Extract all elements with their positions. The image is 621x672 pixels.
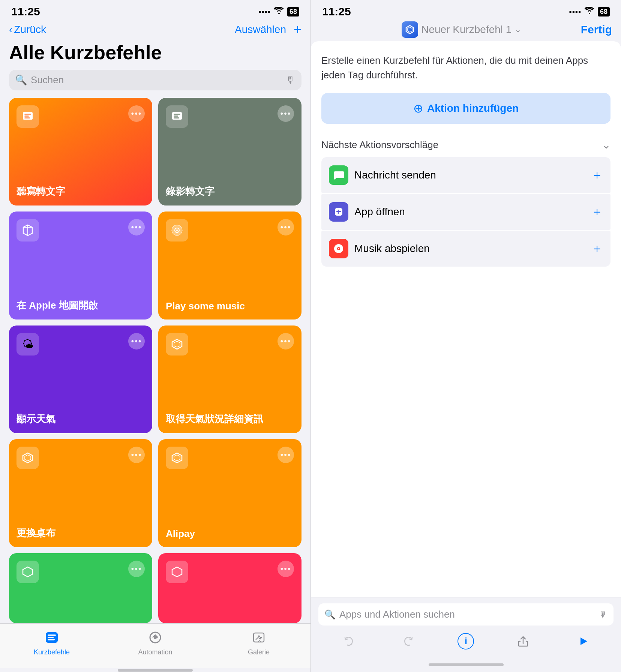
search-bar[interactable]: 🔍 Suchen 🎙 bbox=[9, 70, 302, 90]
svg-marker-12 bbox=[174, 341, 180, 347]
shortcut-card-9[interactable]: ••• bbox=[9, 553, 152, 623]
right-status-icons: ▪▪▪▪ 68 bbox=[569, 7, 610, 16]
svg-marker-17 bbox=[23, 567, 33, 577]
search-icon: 🔍 bbox=[15, 74, 27, 86]
card-title-6: 取得天氣狀況詳細資訊 bbox=[166, 409, 294, 426]
card-header-1: ••• bbox=[16, 105, 145, 128]
suggestion-item-msg[interactable]: Nachricht senden ＋ bbox=[321, 157, 610, 193]
svg-marker-13 bbox=[23, 453, 33, 463]
card-icon-4 bbox=[166, 219, 188, 242]
card-header-4: ••• bbox=[166, 219, 294, 242]
right-home-bar bbox=[429, 663, 504, 666]
suggestion-item-app[interactable]: App öffnen ＋ bbox=[321, 194, 610, 230]
fertig-button[interactable]: Fertig bbox=[581, 23, 612, 36]
card-header-10: ••• bbox=[166, 561, 294, 583]
shortcut-card-1[interactable]: ••• 聽寫轉文字 bbox=[9, 98, 152, 206]
right-wifi-icon bbox=[584, 7, 595, 16]
tab-bar: Kurzbefehle Automation bbox=[0, 623, 310, 668]
select-button[interactable]: Auswählen bbox=[235, 24, 286, 36]
shortcut-card-7[interactable]: ••• 更換桌布 bbox=[9, 439, 152, 547]
card-more-6[interactable]: ••• bbox=[278, 333, 294, 350]
right-status-bar: 11:25 ▪▪▪▪ 68 bbox=[311, 0, 621, 20]
right-home-indicator bbox=[311, 657, 621, 672]
shortcut-card-8[interactable]: ••• Alipay bbox=[158, 439, 302, 547]
galerie-icon bbox=[249, 628, 268, 647]
suggestion-msg-label: Nachricht senden bbox=[354, 169, 585, 181]
shortcuts-grid: ••• 聽寫轉文字 ••• 錄影轉文字 bbox=[0, 98, 310, 623]
chevron-down-icon[interactable]: ⌄ bbox=[514, 25, 521, 34]
play-button[interactable] bbox=[572, 633, 595, 650]
card-icon-5: 🌤 bbox=[16, 333, 39, 356]
card-more-10[interactable]: ••• bbox=[278, 561, 294, 577]
shortcut-card-3[interactable]: ••• 在 Apple 地圖開啟 bbox=[9, 212, 152, 319]
bottom-mic-icon[interactable]: 🎙 bbox=[598, 609, 608, 620]
svg-rect-2 bbox=[24, 116, 29, 117]
right-nav-bar: Neuer Kurzbefehl 1 ⌄ Fertig bbox=[311, 20, 621, 41]
card-icon-6 bbox=[166, 333, 188, 356]
suggestions-list: Nachricht senden ＋ App öffnen ＋ bbox=[321, 157, 610, 267]
share-button[interactable] bbox=[512, 633, 534, 650]
card-header-9: ••• bbox=[16, 561, 145, 583]
shortcut-card-4[interactable]: ••• Play some music bbox=[158, 212, 302, 319]
mic-icon[interactable]: 🎙 bbox=[286, 74, 296, 86]
card-more-9[interactable]: ••• bbox=[128, 561, 145, 577]
music-icon bbox=[329, 239, 348, 258]
card-icon-1 bbox=[16, 105, 39, 128]
card-more-8[interactable]: ••• bbox=[278, 447, 294, 463]
galerie-label: Galerie bbox=[248, 648, 270, 656]
card-more-7[interactable]: ••• bbox=[128, 447, 145, 463]
svg-rect-30 bbox=[338, 210, 339, 214]
back-button[interactable]: ‹ Zurück bbox=[9, 24, 46, 36]
svg-marker-14 bbox=[25, 455, 31, 461]
shortcut-name-area[interactable]: Neuer Kurzbefehl 1 ⌄ bbox=[402, 21, 521, 38]
card-title-8: Alipay bbox=[166, 524, 294, 540]
kurzbefehle-label: Kurzbefehle bbox=[34, 648, 70, 656]
left-home-indicator bbox=[0, 668, 310, 672]
svg-marker-18 bbox=[172, 567, 182, 577]
card-more-2[interactable]: ••• bbox=[278, 105, 294, 122]
card-header-5: 🌤 ••• bbox=[16, 333, 145, 356]
card-more-3[interactable]: ••• bbox=[128, 219, 145, 236]
tab-kurzbefehle[interactable]: Kurzbefehle bbox=[26, 628, 78, 656]
page-title: Alle Kurzbefehle bbox=[0, 41, 310, 70]
left-nav-bar: ‹ Zurück Auswählen + bbox=[0, 20, 310, 41]
card-header-8: ••• bbox=[166, 447, 294, 469]
left-status-icons: ▪▪▪▪ 68 bbox=[259, 7, 299, 16]
suggestion-item-music[interactable]: Musik abspielen ＋ bbox=[321, 231, 610, 267]
card-title-1: 聽寫轉文字 bbox=[16, 181, 145, 198]
svg-marker-33 bbox=[580, 638, 587, 645]
suggestion-msg-add[interactable]: ＋ bbox=[591, 167, 603, 183]
add-action-button[interactable]: ⊕ Aktion hinzufügen bbox=[321, 93, 610, 124]
svg-point-32 bbox=[338, 248, 339, 249]
svg-marker-11 bbox=[172, 339, 182, 349]
suggestion-music-add[interactable]: ＋ bbox=[591, 240, 603, 257]
add-shortcut-button[interactable]: + bbox=[294, 23, 302, 36]
svg-marker-16 bbox=[174, 455, 180, 461]
suggestion-app-add[interactable]: ＋ bbox=[591, 204, 603, 220]
svg-point-10 bbox=[176, 230, 178, 231]
bottom-toolbar: i bbox=[318, 632, 614, 652]
card-more-4[interactable]: ••• bbox=[278, 219, 294, 236]
svg-marker-15 bbox=[172, 453, 182, 463]
undo-button[interactable] bbox=[337, 633, 360, 650]
shortcut-card-2[interactable]: ••• 錄影轉文字 bbox=[158, 98, 302, 206]
card-icon-8 bbox=[166, 447, 188, 469]
info-button[interactable]: i bbox=[458, 633, 474, 650]
search-input[interactable]: Suchen bbox=[31, 74, 282, 86]
left-battery-icon: 68 bbox=[287, 7, 299, 16]
bottom-search-input[interactable]: Apps und Aktionen suchen bbox=[339, 609, 595, 620]
tab-galerie[interactable]: Galerie bbox=[232, 628, 285, 656]
shortcut-card-6[interactable]: ••• 取得天氣狀況詳細資訊 bbox=[158, 326, 302, 433]
card-more-1[interactable]: ••• bbox=[128, 105, 145, 122]
shortcut-card-5[interactable]: 🌤 ••• 顯示天氣 bbox=[9, 326, 152, 433]
redo-button[interactable] bbox=[398, 633, 420, 650]
svg-marker-27 bbox=[408, 27, 412, 32]
card-icon-10 bbox=[166, 561, 188, 583]
message-icon bbox=[329, 165, 348, 185]
svg-point-25 bbox=[258, 636, 260, 637]
bottom-search-bar[interactable]: 🔍 Apps und Aktionen suchen 🎙 bbox=[318, 603, 614, 626]
suggestions-chevron-icon[interactable]: ⌄ bbox=[602, 139, 610, 151]
tab-automation[interactable]: Automation bbox=[129, 628, 182, 656]
shortcut-card-10[interactable]: ••• bbox=[158, 553, 302, 623]
card-more-5[interactable]: ••• bbox=[128, 333, 145, 350]
